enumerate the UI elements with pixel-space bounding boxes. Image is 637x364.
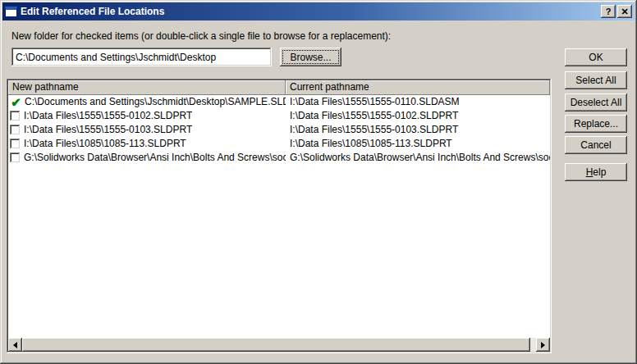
deselect-all-button[interactable]: Deselect All <box>565 93 627 111</box>
scroll-left-button[interactable] <box>8 338 22 352</box>
new-folder-path-input[interactable] <box>11 48 272 66</box>
help-button-label-rest: elp <box>593 166 606 178</box>
current-pathname-cell: I:\Data Files\1085\1085-113.SLDPRT <box>286 137 550 151</box>
table-row[interactable]: I:\Data Files\1555\1555-0103.SLDPRT I:\D… <box>8 123 550 137</box>
window-title: Edit Referenced File Locations <box>21 6 601 17</box>
current-pathname-cell: G:\Solidworks Data\Browser\Ansi Inch\Bol… <box>286 151 550 165</box>
window-icon <box>5 7 17 17</box>
cancel-button[interactable]: Cancel <box>565 136 627 154</box>
browse-button[interactable]: Browse... <box>280 48 341 66</box>
new-folder-label: New folder for checked items (or double-… <box>11 30 391 42</box>
row-checkbox[interactable] <box>10 125 21 135</box>
list-rows: ✔ C:\Documents and Settings\Jschmidt\Des… <box>8 95 550 165</box>
title-bar[interactable]: Edit Referenced File Locations ? ✕ <box>2 2 635 20</box>
table-row[interactable]: I:\Data Files\1085\1085-113.SLDPRT I:\Da… <box>8 137 550 151</box>
list-header: New pathname Current pathname <box>8 80 550 95</box>
row-checkbox[interactable]: ✔ <box>9 96 23 108</box>
new-pathname-cell: I:\Data Files\1085\1085-113.SLDPRT <box>24 137 186 151</box>
replace-button[interactable]: Replace... <box>565 115 627 133</box>
ok-button[interactable]: OK <box>565 48 627 66</box>
table-row[interactable]: ✔ C:\Documents and Settings\Jschmidt\Des… <box>8 95 550 109</box>
current-pathname-cell: I:\Data Files\1555\1555-0103.SLDPRT <box>286 123 550 137</box>
row-checkbox[interactable] <box>10 111 21 121</box>
scroll-left-icon <box>13 342 17 348</box>
current-pathname-cell: I:\Data Files\1555\1555-0102.SLDPRT <box>286 109 550 123</box>
titlebar-help-button[interactable]: ? <box>601 5 616 18</box>
table-row[interactable]: G:\Solidworks Data\Browser\Ansi Inch\Bol… <box>8 151 550 165</box>
scrollbar-thumb[interactable] <box>22 338 530 352</box>
row-checkbox[interactable] <box>10 139 21 149</box>
question-mark-icon: ? <box>606 7 612 16</box>
file-list: New pathname Current pathname ✔ C:\Docum… <box>7 79 552 353</box>
table-row[interactable]: I:\Data Files\1555\1555-0102.SLDPRT I:\D… <box>8 109 550 123</box>
new-pathname-cell: C:\Documents and Settings\Jschmidt\Deskt… <box>25 95 286 109</box>
scroll-right-icon <box>541 342 545 348</box>
scroll-right-button[interactable] <box>536 338 550 352</box>
new-pathname-cell: I:\Data Files\1555\1555-0103.SLDPRT <box>24 123 192 137</box>
new-pathname-cell: I:\Data Files\1555\1555-0102.SLDPRT <box>24 109 192 123</box>
horizontal-scrollbar[interactable] <box>8 338 550 352</box>
close-button[interactable]: ✕ <box>617 5 632 18</box>
current-pathname-cell: I:\Data Files\1555\1555-0110.SLDASM <box>286 95 550 109</box>
row-checkbox[interactable] <box>10 152 21 163</box>
column-header-current-pathname[interactable]: Current pathname <box>286 80 550 95</box>
column-header-new-pathname[interactable]: New pathname <box>8 80 286 95</box>
edit-referenced-file-locations-dialog: Edit Referenced File Locations ? ✕ New f… <box>0 0 637 364</box>
new-pathname-cell: G:\Solidworks Data\Browser\Ansi Inch\Bol… <box>24 151 286 165</box>
close-icon: ✕ <box>621 7 628 16</box>
help-button[interactable]: Help <box>565 163 627 181</box>
select-all-button[interactable]: Select All <box>565 71 627 89</box>
